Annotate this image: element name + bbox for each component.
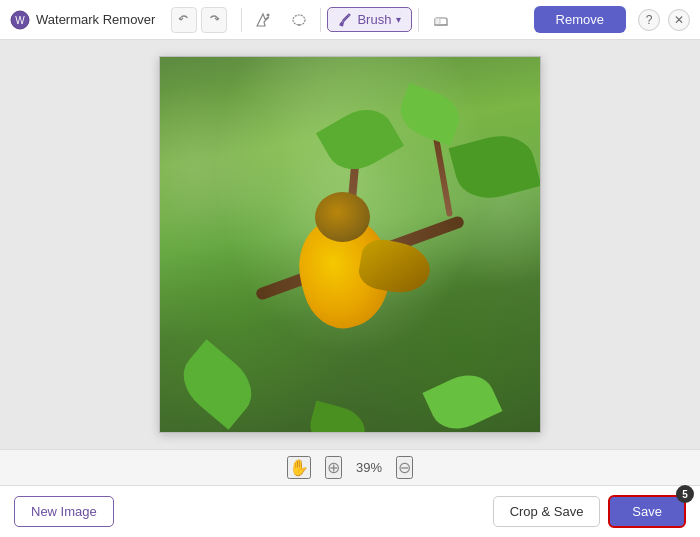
divider-3 [418, 8, 419, 32]
remove-button[interactable]: Remove [534, 6, 626, 33]
redo-button[interactable] [201, 7, 227, 33]
zoom-in-icon: ⊕ [327, 459, 340, 476]
svg-text:W: W [15, 15, 25, 26]
title-bar: W Watermark Remover [0, 0, 700, 40]
svg-point-5 [341, 22, 344, 25]
action-bar: New Image Crop & Save 5 Save [0, 485, 700, 537]
close-button[interactable]: ✕ [668, 9, 690, 31]
app-logo: W [10, 10, 30, 30]
zoom-out-icon: ⊖ [398, 459, 411, 476]
window-controls: ? ✕ [638, 9, 690, 31]
undo-button[interactable] [171, 7, 197, 33]
magic-select-tool[interactable] [248, 5, 278, 35]
lasso-tool[interactable] [284, 5, 314, 35]
nav-buttons [171, 7, 227, 33]
eraser-tool[interactable] [425, 4, 457, 36]
canvas-area[interactable] [0, 40, 700, 449]
zoom-out-button[interactable]: ⊖ [396, 456, 413, 479]
divider-2 [320, 8, 321, 32]
help-icon: ? [646, 13, 653, 27]
status-bar: ✋ ⊕ 39% ⊖ [0, 449, 700, 485]
new-image-button[interactable]: New Image [14, 496, 114, 527]
notification-badge: 5 [676, 485, 694, 503]
zoom-level-text: 39% [356, 460, 382, 475]
svg-point-3 [293, 15, 305, 25]
save-button-wrapper: 5 Save [608, 495, 686, 528]
svg-point-4 [298, 24, 300, 26]
crop-save-button[interactable]: Crop & Save [493, 496, 601, 527]
bird-scene [160, 57, 540, 432]
brush-label: Brush [357, 12, 391, 27]
pan-icon: ✋ [289, 459, 309, 476]
brush-tool-button[interactable]: Brush ▾ [327, 7, 412, 32]
bird-image [160, 57, 540, 432]
bird-head [315, 192, 370, 242]
image-container [159, 56, 541, 433]
svg-rect-7 [435, 18, 440, 25]
svg-point-2 [267, 13, 270, 16]
app-title-text: Watermark Remover [36, 12, 155, 27]
pan-tool-button[interactable]: ✋ [287, 456, 311, 479]
divider-1 [241, 8, 242, 32]
save-button[interactable]: Save [608, 495, 686, 528]
help-button[interactable]: ? [638, 9, 660, 31]
brush-icon [338, 13, 352, 27]
close-icon: ✕ [674, 13, 684, 27]
zoom-in-button[interactable]: ⊕ [325, 456, 342, 479]
tool-icons [248, 5, 314, 35]
right-actions: Crop & Save 5 Save [493, 495, 686, 528]
brush-chevron-icon: ▾ [396, 14, 401, 25]
